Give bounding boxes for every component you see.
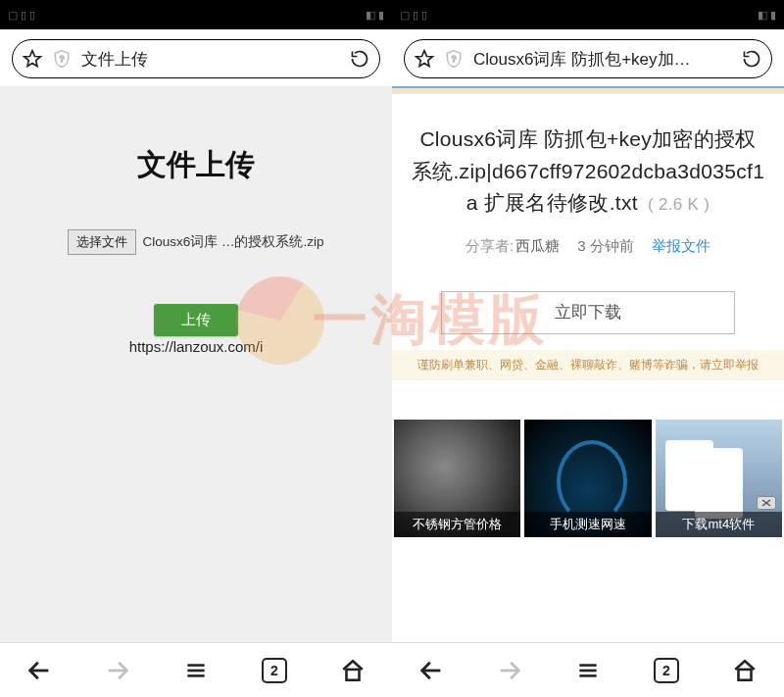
nav-menu-icon[interactable] (176, 651, 216, 690)
svg-text:?: ? (60, 54, 65, 64)
status-bar: ▢ ▯ ▯ ◧ ▮ (392, 0, 784, 29)
ad-card[interactable]: 不锈钢方管价格 (394, 420, 520, 537)
nav-back-icon[interactable] (20, 651, 59, 690)
svg-rect-7 (347, 669, 360, 679)
nav-home-icon[interactable] (725, 651, 764, 690)
upload-button[interactable]: 上传 (154, 304, 238, 336)
address-bar-wrap: ? 文件上传 (0, 29, 392, 86)
reload-icon[interactable] (350, 49, 369, 69)
bottom-nav: 2 (0, 642, 392, 697)
svg-marker-8 (416, 51, 433, 67)
ad-card[interactable]: 手机测速网速 (524, 420, 651, 537)
chosen-file-name: Clousx6词库 …的授权系统.zip (142, 233, 323, 251)
status-bar: ▢ ▯ ▯ ◧ ▮ (0, 0, 392, 29)
address-title: 文件上传 (81, 48, 340, 71)
upload-page: 文件上传 选择文件 Clousx6词库 …的授权系统.zip 上传 https:… (0, 86, 392, 642)
address-bar[interactable]: ? Clousx6词库 防抓包+key加… (404, 39, 772, 78)
svg-text:?: ? (452, 54, 457, 64)
ad-close-icon[interactable] (757, 496, 776, 510)
file-title-text: Clousx6词库 防抓包+key加密的授权系统.zip|d667cff9726… (412, 127, 764, 214)
nav-back-icon[interactable] (412, 651, 451, 690)
bookmark-star-icon[interactable] (415, 49, 434, 69)
bottom-nav: 2 (392, 642, 784, 697)
file-size: ( 2.6 K ) (648, 195, 710, 214)
file-meta: 分享者:西瓜糖 3 分钟前 举报文件 (410, 237, 766, 256)
svg-marker-0 (24, 51, 41, 67)
fraud-warning: 谨防刷单兼职、网贷、金融、裸聊敲诈、赌博等诈骗，请立即举报 (392, 350, 784, 380)
ad-row: 不锈钢方管价格 手机测速网速 下载mt4软件 (392, 420, 784, 537)
ad-caption: 下载mt4软件 (656, 512, 782, 537)
nav-forward-icon[interactable] (98, 651, 137, 690)
share-name: 西瓜糖 (515, 237, 560, 254)
file-chooser-row: 选择文件 Clousx6词库 …的授权系统.zip (68, 229, 323, 255)
phone-left: ▢ ▯ ▯ ◧ ▮ ? 文件上传 文件上传 选择文件 Cl (0, 0, 392, 697)
address-bar[interactable]: ? 文件上传 (12, 39, 380, 78)
nav-tabs-button[interactable]: 2 (255, 651, 294, 690)
svg-rect-17 (739, 669, 752, 679)
phone-right: ▢ ▯ ▯ ◧ ▮ ? Clousx6词库 防抓包+key加… (392, 0, 784, 697)
share-label: 分享者: (466, 237, 514, 254)
file-title: Clousx6词库 防抓包+key加密的授权系统.zip|d667cff9726… (410, 124, 766, 220)
ad-card[interactable]: 下载mt4软件 (656, 420, 782, 537)
nav-home-icon[interactable] (333, 651, 372, 690)
page-heading: 文件上传 (0, 145, 392, 185)
address-bar-wrap: ? Clousx6词库 防抓包+key加… (392, 29, 784, 86)
choose-file-button[interactable]: 选择文件 (68, 229, 136, 255)
download-page: Clousx6词库 防抓包+key加密的授权系统.zip|d667cff9726… (392, 86, 784, 642)
download-button[interactable]: 立即下载 (441, 291, 735, 334)
nav-menu-icon[interactable] (568, 651, 608, 690)
top-stripe (392, 86, 784, 94)
time-ago: 3 分钟前 (577, 237, 634, 254)
site-security-icon[interactable]: ? (444, 49, 464, 69)
tab-count: 2 (270, 663, 278, 678)
address-title: Clousx6词库 防抓包+key加… (473, 48, 732, 71)
nav-forward-icon[interactable] (490, 651, 529, 690)
tab-count: 2 (662, 663, 670, 678)
report-link[interactable]: 举报文件 (652, 237, 710, 254)
result-url: https://lanzoux.com/i (0, 338, 392, 355)
bookmark-star-icon[interactable] (23, 49, 42, 69)
nav-tabs-button[interactable]: 2 (647, 651, 686, 690)
reload-icon[interactable] (742, 49, 761, 69)
ad-caption: 手机测速网速 (524, 512, 651, 537)
site-security-icon[interactable]: ? (52, 49, 72, 69)
ad-caption: 不锈钢方管价格 (394, 512, 520, 537)
